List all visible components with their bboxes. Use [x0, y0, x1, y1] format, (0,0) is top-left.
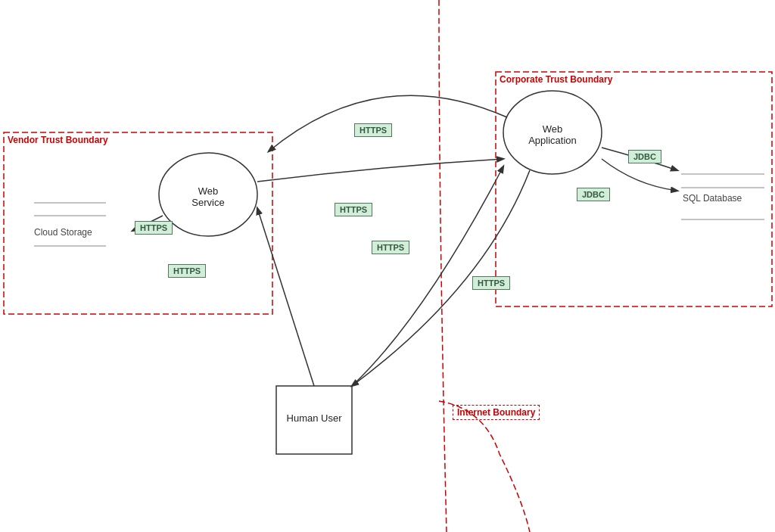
https-badge-5: HTTPS [135, 221, 173, 235]
https-badge-6: HTTPS [168, 264, 206, 278]
corporate-boundary-label: Corporate Trust Boundary [500, 74, 612, 85]
arc-webapp-sql-bottom [602, 159, 677, 191]
internet-boundary-curve [439, 401, 530, 532]
https-badge-1: HTTPS [354, 123, 392, 137]
jdbc-badge-1: JDBC [628, 150, 661, 163]
diagram-svg [0, 0, 775, 532]
internet-boundary-label: Internet Boundary [453, 405, 540, 420]
https-badge-4: HTTPS [472, 276, 510, 290]
jdbc-badge-2: JDBC [577, 188, 610, 201]
arc-user-webservice [257, 208, 314, 386]
web-service-label: Web Service [182, 185, 235, 208]
human-user-label: Human User [280, 412, 348, 424]
https-badge-2: HTTPS [335, 203, 372, 216]
https-badge-3: HTTPS [372, 241, 409, 254]
diagram: Vendor Trust Boundary Corporate Trust Bo… [0, 0, 775, 532]
internet-boundary-vertical [439, 0, 447, 532]
vendor-boundary-label: Vendor Trust Boundary [8, 135, 108, 145]
arc-webservice-webapp [257, 159, 503, 182]
web-app-label: Web Application [526, 123, 579, 146]
sql-db-label: SQL Database [683, 193, 742, 204]
cloud-storage-label: Cloud Storage [34, 227, 92, 238]
